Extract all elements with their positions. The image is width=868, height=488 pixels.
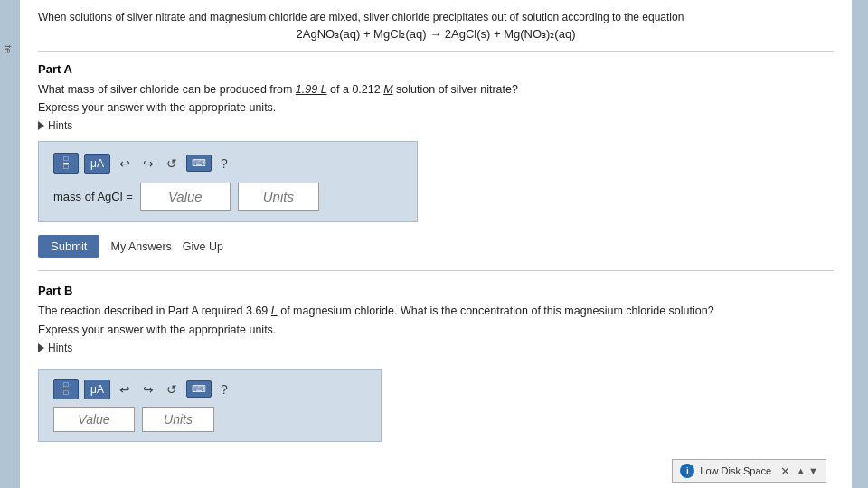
part-b-express: Express your answer with the appropriate… bbox=[38, 324, 834, 336]
part-b-mu-a-button[interactable]: μA bbox=[84, 380, 110, 399]
notification-icon: i bbox=[680, 464, 694, 478]
part-a-section: Part A What mass of silver chloride can … bbox=[38, 62, 834, 258]
part-a-label: Part A bbox=[38, 62, 834, 76]
fraction-denominator-icon: □ bbox=[63, 164, 70, 171]
hints-label: Hints bbox=[48, 119, 72, 132]
part-b-section: Part B The reaction described in Part A … bbox=[38, 284, 834, 442]
part-b-units-input[interactable] bbox=[142, 407, 214, 432]
part-b-toolbar: □ □ μA ↩ ↪ ↺ ⌨ ? bbox=[53, 379, 366, 399]
redo-button[interactable]: ↪ bbox=[139, 155, 157, 173]
part-b-undo-button[interactable]: ↩ bbox=[116, 380, 134, 399]
part-a-question: What mass of silver chloride can be prod… bbox=[38, 81, 834, 99]
undo-button[interactable]: ↩ bbox=[116, 155, 134, 173]
expand-icon[interactable]: ▲ ▼ bbox=[796, 465, 818, 476]
equation-line: 2AgNO₃(aq) + MgCl₂(aq) → 2AgCl(s) + Mg(N… bbox=[38, 25, 834, 43]
submit-row: Submit My Answers Give Up bbox=[38, 235, 834, 258]
mu-a-button[interactable]: μA bbox=[84, 154, 110, 174]
part-a-express: Express your answer with the appropriate… bbox=[38, 101, 834, 114]
value-input[interactable] bbox=[140, 183, 231, 211]
give-up-link[interactable]: Give Up bbox=[183, 240, 223, 253]
part-b-fraction-den-icon: □ bbox=[63, 389, 70, 397]
part-a-hints[interactable]: Hints bbox=[38, 119, 834, 132]
part-b-mu-a-label: μA bbox=[90, 383, 104, 396]
part-a-input-row: mass of AgCl = bbox=[53, 183, 402, 211]
refresh-button[interactable]: ↺ bbox=[163, 155, 181, 173]
part-b-answer-box: □ □ μA ↩ ↪ ↺ ⌨ ? bbox=[38, 369, 382, 442]
keyboard-button[interactable]: ⌨ bbox=[186, 155, 212, 172]
mass-label: mass of AgCl = bbox=[53, 190, 133, 203]
sidebar-label: te bbox=[3, 45, 14, 53]
hints-triangle-icon bbox=[38, 121, 44, 130]
part-b-question: The reaction described in Part A require… bbox=[38, 303, 834, 320]
part-a-answer-box: □ □ μA ↩ ↪ ↺ ⌨ ? mass of AgCl = bbox=[38, 141, 418, 222]
header-text: When solutions of silver nitrate and mag… bbox=[38, 9, 834, 25]
hints-b-triangle-icon bbox=[38, 343, 44, 352]
part-b-help-icon: ? bbox=[217, 380, 231, 399]
divider bbox=[38, 270, 834, 271]
part-a-toolbar: □ □ μA ↩ ↪ ↺ ⌨ ? bbox=[53, 153, 402, 174]
part-b-value-input[interactable] bbox=[53, 407, 135, 432]
part-b-keyboard-button[interactable]: ⌨ bbox=[186, 380, 212, 398]
my-answers-link[interactable]: My Answers bbox=[110, 240, 171, 253]
part-b-redo-button[interactable]: ↪ bbox=[139, 380, 157, 399]
right-sidebar bbox=[852, 0, 868, 488]
hints-b-label: Hints bbox=[48, 342, 72, 354]
notification-bar: i Low Disk Space ✕ ▲ ▼ bbox=[672, 459, 826, 483]
mu-a-label: μA bbox=[90, 157, 104, 170]
fraction-button[interactable]: □ □ bbox=[53, 153, 79, 174]
units-input[interactable] bbox=[238, 183, 319, 211]
help-icon: ? bbox=[217, 155, 231, 173]
notification-close-button[interactable]: ✕ bbox=[780, 465, 790, 478]
part-b-refresh-button[interactable]: ↺ bbox=[163, 380, 181, 399]
submit-button[interactable]: Submit bbox=[38, 235, 99, 258]
part-b-fraction-button[interactable]: □ □ bbox=[53, 379, 79, 399]
part-b-label: Part B bbox=[38, 284, 834, 297]
equation-header: When solutions of silver nitrate and mag… bbox=[38, 9, 834, 52]
part-b-input-row bbox=[53, 407, 366, 432]
part-b-hints[interactable]: Hints bbox=[38, 342, 834, 354]
notification-text: Low Disk Space bbox=[700, 465, 771, 476]
